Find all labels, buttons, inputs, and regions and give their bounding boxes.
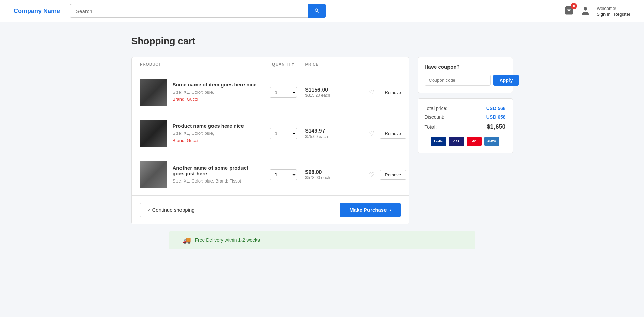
coupon-row: Apply bbox=[425, 75, 506, 86]
table-row: Another name of some product goes just h… bbox=[132, 154, 409, 195]
product-thumbnail-1 bbox=[140, 79, 167, 106]
wishlist-button-2[interactable]: ♡ bbox=[367, 128, 376, 139]
total-price-row: Total price: USD 568 bbox=[425, 106, 506, 111]
cart-button[interactable]: 0 bbox=[564, 5, 574, 17]
product-col-3: Another name of some product goes just h… bbox=[140, 161, 261, 188]
total-row: Total: $1,650 bbox=[425, 123, 506, 130]
sign-in-register: Sign in | Register bbox=[597, 12, 630, 17]
user-info: Welcome! Sign in | Register bbox=[597, 5, 630, 17]
amex-icon: AMEX bbox=[484, 137, 499, 146]
col-price-header: PRICE bbox=[305, 62, 367, 67]
quantity-select-3[interactable]: 12345 bbox=[270, 169, 297, 180]
product-info-3: Another name of some product goes just h… bbox=[173, 165, 261, 185]
quantity-select-2[interactable]: 12345 bbox=[270, 128, 297, 139]
cart-footer: ‹ Continue shopping Make Purchase › bbox=[132, 195, 409, 224]
search-icon bbox=[314, 7, 319, 13]
total-value: $1,650 bbox=[487, 123, 505, 130]
remove-button-1[interactable]: Remove bbox=[380, 88, 406, 97]
total-price-value: USD 568 bbox=[486, 106, 506, 111]
coupon-input[interactable] bbox=[425, 75, 491, 86]
totals-card: Total price: USD 568 Discount: USD 658 T… bbox=[418, 98, 513, 153]
continue-shopping-label: Continue shopping bbox=[152, 207, 195, 213]
cart-badge: 0 bbox=[571, 3, 577, 9]
col-quantity-header: QUANTITY bbox=[261, 62, 305, 67]
product-info-1: Some name of item goes here nice Size: X… bbox=[173, 82, 261, 103]
total-label: Total: bbox=[425, 124, 437, 130]
delivery-truck-icon: 🚚 bbox=[183, 236, 191, 244]
make-purchase-button[interactable]: Make Purchase › bbox=[340, 203, 400, 217]
page-title: Shopping cart bbox=[131, 36, 513, 47]
make-purchase-label: Make Purchase bbox=[349, 207, 387, 213]
company-logo[interactable]: Company Name bbox=[14, 7, 60, 15]
product-meta-1: Size: XL, Color: blue,Brand: Gucci bbox=[173, 89, 261, 103]
welcome-text: Welcome! bbox=[597, 5, 630, 12]
table-row: Some name of item goes here nice Size: X… bbox=[132, 72, 409, 113]
quantity-col-3: 12345 bbox=[261, 169, 305, 180]
coupon-title: Have coupon? bbox=[425, 64, 506, 70]
price-each-1: $315.20 each bbox=[305, 93, 367, 98]
coupon-card: Have coupon? Apply bbox=[418, 57, 513, 93]
search-input[interactable] bbox=[70, 4, 308, 18]
payment-icons: PayPal VISA MC AMEX bbox=[425, 137, 506, 146]
product-brand-2: Brand: Gucci bbox=[173, 138, 198, 143]
quantity-col-2: 12345 bbox=[261, 128, 305, 139]
quantity-select-1[interactable]: 12345 bbox=[270, 87, 297, 98]
cart-header: PRODUCT QUANTITY PRICE bbox=[132, 57, 409, 72]
product-brand-1: Brand: Gucci bbox=[173, 97, 198, 102]
apply-coupon-button[interactable]: Apply bbox=[493, 75, 519, 86]
summary-section: Have coupon? Apply Total price: USD 568 … bbox=[418, 57, 513, 153]
product-col-2: Product name goes here nice Size: XL, Co… bbox=[140, 120, 261, 147]
quantity-col-1: 12345 bbox=[261, 87, 305, 98]
search-bar bbox=[70, 4, 326, 18]
product-thumbnail-2 bbox=[140, 120, 167, 147]
visa-icon: VISA bbox=[449, 137, 464, 146]
wishlist-button-3[interactable]: ♡ bbox=[367, 169, 376, 180]
product-image-3 bbox=[140, 161, 167, 188]
paypal-icon: PayPal bbox=[431, 137, 446, 146]
product-name-1: Some name of item goes here nice bbox=[173, 82, 261, 88]
sign-in-link[interactable]: Sign in bbox=[597, 12, 610, 17]
total-price-label: Total price: bbox=[425, 106, 448, 111]
user-icon[interactable] bbox=[580, 6, 591, 16]
discount-label: Discount: bbox=[425, 114, 444, 120]
chevron-left-icon: ‹ bbox=[148, 207, 150, 213]
actions-col-3: ♡ Remove bbox=[367, 169, 401, 180]
price-each-3: $578.00 each bbox=[305, 175, 367, 180]
price-col-3: $98.00 $578.00 each bbox=[305, 169, 367, 180]
delivery-text: Free Delivery within 1-2 weeks bbox=[195, 237, 260, 243]
product-name-3: Another name of some product goes just h… bbox=[173, 165, 261, 176]
actions-col-2: ♡ Remove bbox=[367, 128, 401, 139]
col-product-header: PRODUCT bbox=[140, 62, 261, 67]
product-image-2 bbox=[140, 120, 167, 147]
search-button[interactable] bbox=[308, 4, 326, 18]
content-layout: PRODUCT QUANTITY PRICE Some name of item… bbox=[131, 57, 513, 224]
chevron-right-icon: › bbox=[390, 207, 391, 213]
product-image-1 bbox=[140, 79, 167, 106]
price-main-1: $1156.00 bbox=[305, 87, 367, 93]
register-link[interactable]: Register bbox=[614, 12, 630, 17]
product-meta-3: Size: XL, Color: blue, Brand: Tissot bbox=[173, 178, 261, 185]
actions-col-1: ♡ Remove bbox=[367, 86, 401, 98]
discount-row: Discount: USD 658 bbox=[425, 114, 506, 120]
product-meta-2: Size: XL, Color: blue,Brand: Gucci bbox=[173, 130, 261, 144]
discount-value: USD 658 bbox=[486, 114, 506, 120]
product-info-2: Product name goes here nice Size: XL, Co… bbox=[173, 123, 261, 144]
product-col-1: Some name of item goes here nice Size: X… bbox=[140, 79, 261, 106]
remove-button-3[interactable]: Remove bbox=[380, 170, 406, 180]
price-main-3: $98.00 bbox=[305, 169, 367, 175]
cart-section: PRODUCT QUANTITY PRICE Some name of item… bbox=[131, 57, 409, 224]
price-each-2: $75.00 each bbox=[305, 134, 367, 139]
table-row: Product name goes here nice Size: XL, Co… bbox=[132, 113, 409, 154]
product-thumbnail-3 bbox=[140, 161, 167, 188]
header: Company Name 0 Welcome! Sign in | Regist… bbox=[0, 0, 644, 22]
price-col-1: $1156.00 $315.20 each bbox=[305, 87, 367, 98]
price-main-2: $149.97 bbox=[305, 128, 367, 134]
continue-shopping-button[interactable]: ‹ Continue shopping bbox=[140, 203, 203, 217]
price-col-2: $149.97 $75.00 each bbox=[305, 128, 367, 139]
remove-button-2[interactable]: Remove bbox=[380, 129, 406, 139]
mastercard-icon: MC bbox=[467, 137, 482, 146]
header-right: 0 Welcome! Sign in | Register bbox=[564, 5, 630, 17]
wishlist-button-1[interactable]: ♡ bbox=[367, 86, 376, 98]
free-delivery-banner: 🚚 Free Delivery within 1-2 weeks bbox=[169, 231, 475, 249]
product-name-2: Product name goes here nice bbox=[173, 123, 261, 129]
